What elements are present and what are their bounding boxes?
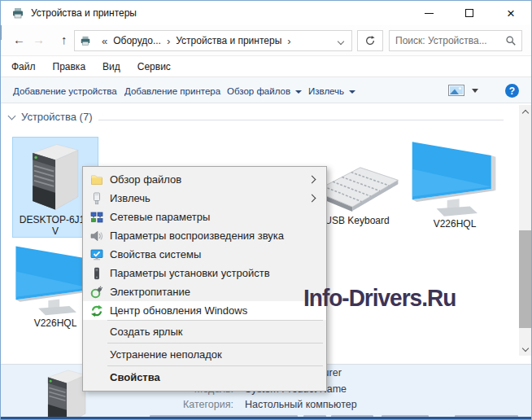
window-bottom-border: [1, 417, 531, 419]
device-installation-icon: [90, 267, 103, 280]
close-button[interactable]: ×: [494, 1, 528, 25]
menu-file[interactable]: Файл: [11, 61, 36, 72]
minimize-button[interactable]: [412, 1, 446, 25]
dropdown-arrow-icon: [295, 90, 302, 94]
folder-icon: [90, 173, 103, 186]
submenu-arrow-icon: [308, 195, 316, 203]
context-menu-item-system-properties[interactable]: Свойства системы: [83, 245, 326, 264]
context-menu-item-troubleshoot[interactable]: Устранение неполадок: [83, 343, 326, 365]
collapse-chevron-icon[interactable]: [8, 112, 16, 120]
device-name: V226HQL: [434, 218, 477, 230]
context-menu-item-sound-settings[interactable]: Параметры воспроизведения звука: [83, 226, 326, 245]
details-row-category: Категория: Настольный компьютер: [1, 399, 531, 413]
eject-button[interactable]: Извлечь: [308, 77, 355, 104]
context-menu-item-browse-files[interactable]: Обзор файлов: [83, 170, 326, 189]
vertical-scrollbar[interactable]: [519, 105, 531, 356]
minimize-icon: [425, 13, 434, 14]
browse-files-button[interactable]: Обзор файлов: [227, 77, 302, 104]
help-button[interactable]: ?: [505, 84, 519, 98]
scroll-down-button[interactable]: [519, 343, 531, 356]
system-unit-icon: [24, 142, 87, 212]
breadcrumb-collapsed-glyph[interactable]: «: [102, 35, 107, 47]
search-box: [389, 30, 522, 51]
menu-tools[interactable]: Сервис: [137, 61, 171, 72]
context-menu-item-device-installation[interactable]: Параметры установки устройств: [83, 264, 326, 282]
thumbnail-view-icon: [448, 85, 464, 96]
usb-drive-icon: [90, 192, 103, 205]
breadcrumb-dropdown-icon[interactable]: [338, 38, 344, 45]
breadcrumb-separator-icon: ›: [287, 35, 290, 47]
group-divider: [98, 120, 504, 120]
system-properties-icon: [90, 248, 103, 261]
maximize-button[interactable]: [452, 1, 486, 25]
view-options-button[interactable]: [448, 85, 464, 99]
menu-edit[interactable]: Правка: [53, 61, 86, 72]
windows-update-icon: [90, 304, 103, 317]
devices-group-title: Устройства (7): [21, 111, 93, 123]
submenu-arrow-icon: [308, 176, 316, 184]
titlebar: Устройства и принтеры ×: [1, 1, 531, 25]
device-name: USB Keyboard: [325, 215, 389, 226]
context-menu-item-network-settings[interactable]: Сетевые параметры: [83, 208, 326, 226]
menu-view[interactable]: Вид: [102, 61, 120, 72]
add-device-button[interactable]: Добавление устройства: [13, 77, 117, 104]
add-printer-button[interactable]: Добавление принтера: [124, 77, 220, 104]
up-button[interactable]: ↑: [61, 33, 68, 47]
breadcrumb[interactable]: « Оборудо... › Устройства и принтеры ›: [74, 30, 352, 51]
history-dropdown-icon[interactable]: [1, 25, 2, 40]
breadcrumb-location-icon: [80, 35, 91, 46]
close-icon: ×: [507, 7, 515, 20]
context-menu-item-eject[interactable]: Извлечь: [83, 189, 326, 208]
watermark: Info-Drivers.Ru: [303, 284, 456, 312]
window-title: Устройства и принтеры: [31, 7, 137, 19]
search-icon[interactable]: [505, 35, 517, 50]
context-menu-item-properties[interactable]: Свойства: [83, 366, 326, 388]
device-name: DESKTOP-6J1A V: [20, 214, 91, 237]
refresh-icon: [364, 35, 376, 46]
context-menu-item-create-shortcut[interactable]: Создать ярлык: [83, 321, 326, 343]
chevron-up-icon: [521, 109, 528, 116]
navigation-bar: ← → ↑ « Оборудо... › Устройства и принте…: [1, 25, 531, 56]
device-tile-monitor[interactable]: V226HQL: [408, 137, 502, 238]
network-icon: [90, 211, 103, 224]
scrollbar-thumb[interactable]: [519, 230, 531, 328]
refresh-button[interactable]: [357, 30, 383, 51]
context-menu-item-power-options[interactable]: Электропитание: [83, 282, 326, 301]
device-name: V226HQL: [34, 317, 77, 329]
chevron-down-icon: [521, 344, 528, 351]
breadcrumb-separator-icon: ›: [167, 35, 170, 47]
maximize-icon: [465, 9, 473, 17]
devices-and-printers-window: Устройства и принтеры × ← → ↑ « Оборудо.…: [0, 0, 532, 420]
monitor-icon: [409, 140, 500, 217]
command-bar: Добавление устройства Добавление принтер…: [1, 77, 531, 103]
power-icon: [90, 286, 103, 299]
speaker-icon: [90, 230, 103, 243]
devices-printers-app-icon: [11, 7, 24, 23]
search-input[interactable]: [390, 31, 504, 50]
scroll-up-button[interactable]: [519, 105, 531, 117]
view-options-dropdown-icon[interactable]: [472, 89, 478, 93]
forward-button[interactable]: →: [33, 33, 45, 47]
breadcrumb-item-hardware[interactable]: Оборудо...: [113, 35, 161, 46]
breadcrumb-item-current[interactable]: Устройства и принтеры: [176, 35, 281, 46]
back-button[interactable]: ←: [13, 33, 25, 47]
menu-bar: Файл Правка Вид Сервис: [1, 57, 531, 77]
dropdown-arrow-icon: [349, 90, 355, 94]
context-menu-item-windows-update[interactable]: Центр обновления Windows: [83, 301, 326, 320]
context-menu: Обзор файлов Извлечь: [82, 166, 327, 392]
devices-group-header[interactable]: Устройства (7): [7, 111, 93, 123]
